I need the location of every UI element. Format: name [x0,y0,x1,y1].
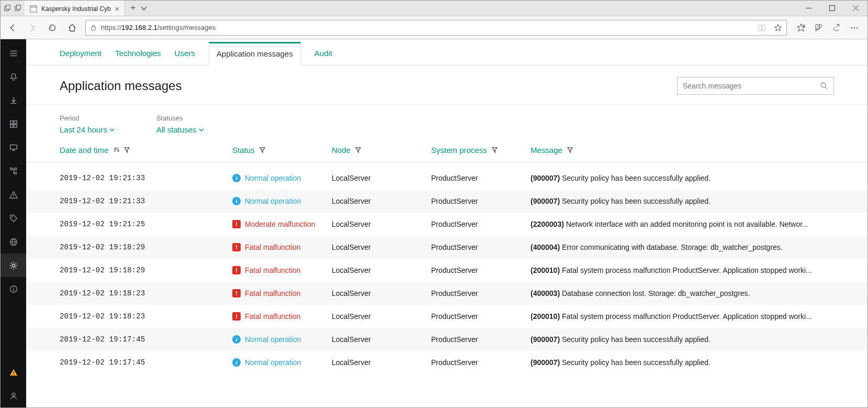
rail-globe[interactable] [1,230,26,253]
rail-download[interactable] [1,89,26,112]
cell-process: ProductServer [431,289,531,297]
cell-message: (900007) Security policy has been succes… [531,335,834,344]
rail-warning[interactable] [1,183,26,206]
rail-menu[interactable] [1,41,26,65]
cell-message: (200010) Fatal system process malfunctio… [531,266,834,274]
search-icon [820,82,828,90]
svg-rect-7 [830,6,835,11]
rail-dashboard[interactable] [1,112,26,136]
cell-message: (900007) Security policy has been succes… [531,358,834,367]
svg-point-35 [12,216,13,217]
col-message[interactable]: Message [531,146,834,155]
alert-icon [232,312,241,321]
cell-node: LocalServer [332,243,431,251]
col-process[interactable]: System process [431,146,531,155]
new-tab-button[interactable]: + [130,3,136,14]
svg-point-44 [13,374,14,375]
svg-point-46 [821,83,826,87]
table-row[interactable]: 2019-12-02 19:18:29Fatal malfunctionLoca… [26,259,867,282]
cell-node: LocalServer [332,312,431,321]
cell-node: LocalServer [332,174,431,182]
table-row[interactable]: 2019-12-02 19:21:33Normal operationLocal… [26,167,867,190]
cell-date: 2019-12-02 19:17:45 [60,335,232,344]
svg-rect-32 [14,172,16,174]
tab-deployment[interactable]: Deployment [60,49,102,65]
svg-rect-1 [6,5,10,9]
rail-server[interactable] [1,136,26,159]
search-box[interactable] [677,77,834,95]
cell-message: (900007) Security policy has been succes… [531,197,834,205]
table-body[interactable]: 2019-12-02 19:21:33Normal operationLocal… [26,167,867,407]
filter-icon [355,147,362,153]
rail-tag[interactable] [1,206,26,230]
table-row[interactable]: 2019-12-02 19:18:23Fatal malfunctionLoca… [26,282,867,305]
tab-application-messages[interactable]: Application messages [209,42,301,65]
home-button[interactable] [65,21,79,35]
col-node[interactable]: Node [332,146,431,155]
notes-icon[interactable] [814,23,824,32]
forward-button[interactable] [26,21,39,35]
rail-settings[interactable] [1,253,26,277]
filter-period[interactable]: Period Last 24 hours [60,114,115,134]
table-row[interactable]: 2019-12-02 19:21:33Normal operationLocal… [26,190,867,213]
close-window-button[interactable] [844,1,867,16]
cell-node: LocalServer [332,335,431,344]
cell-date: 2019-12-02 19:18:29 [60,243,232,251]
cascade-icon [14,5,21,12]
col-date[interactable]: Date and time [60,146,232,155]
cell-status: Fatal malfunction [232,312,332,321]
cell-node: LocalServer [332,289,431,297]
back-button[interactable] [6,21,19,35]
chevron-down-icon [109,127,115,133]
table-row[interactable]: 2019-12-02 19:17:45Normal operationLocal… [26,351,867,374]
cell-message: (400004) Error communicating with databa… [531,243,834,251]
filter-statuses[interactable]: Statuses All statuses [156,114,204,134]
reading-view-icon[interactable] [758,24,765,31]
svg-rect-26 [14,124,16,127]
refresh-button[interactable] [46,21,59,35]
filter-icon [491,147,498,153]
favorite-icon[interactable] [774,24,782,32]
rail-tree[interactable] [1,159,26,183]
cell-status: Normal operation [232,335,332,344]
table-row[interactable]: 2019-12-02 19:18:23Fatal malfunctionLoca… [26,305,867,328]
cell-date: 2019-12-02 19:21:33 [60,197,232,205]
table-row[interactable]: 2019-12-02 19:21:25Moderate malfunctionL… [26,213,867,236]
more-icon[interactable] [850,23,859,32]
rail-user[interactable] [1,384,26,407]
tab-title: Kaspersky Industrial Cyb [41,5,111,13]
col-status[interactable]: Status [232,146,332,155]
window-titlebar: Kaspersky Industrial Cyb × + [1,1,867,16]
cell-status: Fatal malfunction [232,266,332,274]
minimize-button[interactable] [797,1,820,16]
tab-audit[interactable]: Audit [314,49,332,65]
rail-alerts[interactable] [1,65,26,89]
tab-users[interactable]: Users [175,49,195,65]
share-icon[interactable] [832,23,841,32]
browser-tab[interactable]: Kaspersky Industrial Cyb × [25,1,125,16]
maximize-button[interactable] [820,1,844,16]
status-text: Fatal malfunction [245,243,301,251]
window-buttons [797,1,867,16]
svg-point-34 [13,196,14,197]
tab-close-icon[interactable]: × [115,5,119,13]
sort-icon [112,147,119,153]
status-text: Normal operation [245,174,301,182]
rail-status-warning[interactable] [1,360,26,384]
cell-message: (400003) Database connection lost. Stora… [531,289,834,297]
info-icon [232,335,241,344]
table-header: Date and time Status Node System process… [26,138,867,162]
address-bar[interactable]: https://192.168.2.1/settings/messages [85,20,787,36]
tab-menu-icon[interactable] [141,5,147,12]
cascade-icon [4,5,11,12]
status-text: Normal operation [245,358,301,367]
url-prefix: https://192.168.2.1/settings/messages [101,24,216,31]
rail-info[interactable] [1,277,26,301]
tab-technologies[interactable]: Technologies [115,49,161,65]
table-row[interactable]: 2019-12-02 19:18:29Fatal malfunctionLoca… [26,236,867,259]
page-icon [30,5,37,13]
favorites-list-icon[interactable] [796,23,806,32]
table-row[interactable]: 2019-12-02 19:17:45Normal operationLocal… [26,328,867,351]
status-text: Moderate malfunction [245,220,315,228]
search-input[interactable] [683,82,820,90]
